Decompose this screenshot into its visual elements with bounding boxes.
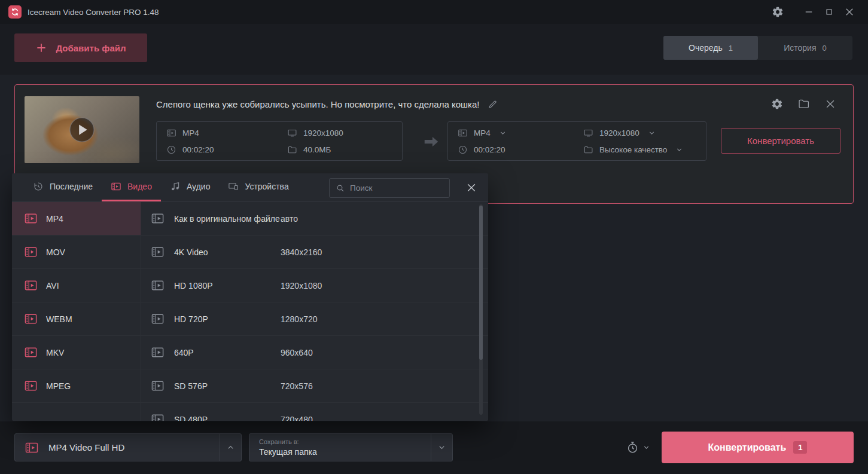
format-item-mov[interactable]: MOV <box>12 236 141 269</box>
tab-queue[interactable]: Очередь 1 <box>663 36 758 60</box>
format-item-webm[interactable]: WEBM <box>12 302 141 336</box>
music-note-icon <box>170 181 181 192</box>
plus-icon <box>35 42 47 54</box>
preset-item-4k[interactable]: 4K Video 3840x2160 <box>141 236 488 269</box>
add-file-label: Добавить файл <box>56 43 126 53</box>
file-settings-gear-icon[interactable] <box>771 98 783 110</box>
bottom-bar: MP4 Video Full HD Сохранить в: Текущая п… <box>0 421 868 474</box>
queue-count: 1 <box>729 44 733 53</box>
clock-icon <box>458 145 468 155</box>
video-file-icon <box>151 212 165 225</box>
format-popup: Последние Видео Аудио Устройства <box>12 173 488 421</box>
video-file-icon <box>24 312 38 326</box>
convert-file-button[interactable]: Конвертировать <box>721 128 840 154</box>
output-preset-dropdown[interactable]: MP4 Video Full HD <box>14 433 242 461</box>
devices-icon <box>228 181 239 192</box>
tab-history[interactable]: История 0 <box>758 36 852 60</box>
save-to-dropdown[interactable]: Сохранить в: Текущая папка <box>249 433 453 461</box>
output-quality-select[interactable]: Высокое качество <box>583 145 706 155</box>
chevron-down-icon <box>642 444 650 451</box>
convert-all-button[interactable]: Конвертировать 1 <box>662 432 854 463</box>
monitor-icon <box>583 128 593 138</box>
search-icon <box>336 184 345 193</box>
chevron-up-icon[interactable] <box>220 434 241 461</box>
format-list: MP4 MOV AVI WEBM MKV <box>12 202 141 421</box>
format-item-mp4[interactable]: MP4 <box>12 202 141 236</box>
format-popup-header: Последние Видео Аудио Устройства <box>12 173 488 202</box>
source-duration: 00:02:20 <box>166 145 287 155</box>
add-file-button[interactable]: Добавить файл <box>14 33 147 62</box>
folder-icon <box>287 145 297 155</box>
source-resolution: 1920x1080 <box>287 128 402 138</box>
monitor-icon <box>287 128 297 138</box>
close-window-button[interactable] <box>839 3 860 21</box>
video-file-icon <box>151 245 165 259</box>
popup-close-icon[interactable] <box>465 182 477 194</box>
maximize-button[interactable] <box>819 3 839 21</box>
history-count: 0 <box>823 44 827 53</box>
edit-title-icon[interactable] <box>488 99 498 109</box>
preset-item-original[interactable]: Как в оригинальном файле авто <box>141 202 488 236</box>
timer-icon <box>626 441 639 454</box>
chevron-down-icon <box>499 129 507 137</box>
tab-video[interactable]: Видео <box>102 173 161 201</box>
video-file-icon <box>151 345 165 359</box>
preset-item-576p[interactable]: SD 576P 720x576 <box>141 369 488 403</box>
film-icon <box>166 128 176 138</box>
play-button-icon[interactable] <box>68 116 96 143</box>
search-input[interactable] <box>350 184 443 192</box>
queue-history-tabs: Очередь 1 История 0 <box>663 36 852 60</box>
video-file-icon <box>24 245 38 259</box>
film-icon <box>458 128 468 138</box>
queue-label: Очередь <box>689 43 723 53</box>
video-file-icon <box>151 312 165 326</box>
video-file-icon <box>25 441 39 455</box>
preset-item-1080p[interactable]: HD 1080P 1920x1080 <box>141 269 488 302</box>
convert-all-label: Конвертировать <box>708 442 787 453</box>
video-file-icon <box>24 379 38 393</box>
format-search[interactable] <box>329 178 450 198</box>
clock-icon <box>166 145 176 155</box>
video-file-icon <box>151 279 165 292</box>
window-title: Icecream Video Converter PRO 1.48 <box>28 8 159 17</box>
save-to-value: Текущая папка <box>259 447 317 457</box>
scrollbar-thumb[interactable] <box>479 206 483 360</box>
tab-audio[interactable]: Аудио <box>161 173 220 201</box>
output-resolution-select[interactable]: 1920x1080 <box>583 128 706 138</box>
tab-devices[interactable]: Устройства <box>219 173 297 201</box>
history-label: История <box>784 43 816 53</box>
format-item-avi[interactable]: AVI <box>12 269 141 302</box>
film-icon <box>111 181 121 192</box>
output-format-select[interactable]: MP4 <box>458 128 583 138</box>
output-info-box: MP4 1920x1080 00:02:20 Высокое качество <box>447 121 706 161</box>
chevron-down-icon[interactable] <box>431 434 452 461</box>
format-popup-body: MP4 MOV AVI WEBM MKV <box>12 202 488 421</box>
tab-recent[interactable]: Последние <box>24 173 102 201</box>
video-file-icon <box>151 412 165 421</box>
app-window: Icecream Video Converter PRO 1.48 Добави… <box>0 0 868 474</box>
video-file-icon <box>24 345 38 359</box>
popup-scrollbar[interactable] <box>479 204 483 415</box>
preset-item-720p[interactable]: HD 720P 1280x720 <box>141 302 488 336</box>
titlebar: Icecream Video Converter PRO 1.48 <box>0 0 868 24</box>
format-item-mkv[interactable]: MKV <box>12 336 141 369</box>
preset-dropdown-label: MP4 Video Full HD <box>48 442 124 452</box>
folder-icon <box>583 145 593 155</box>
minimize-button[interactable] <box>799 3 819 21</box>
schedule-timer-control[interactable] <box>626 441 650 454</box>
preset-list: Как в оригинальном файле авто 4K Video 3… <box>141 202 488 421</box>
arrow-right-icon <box>422 133 440 151</box>
format-item-mpeg[interactable]: MPEG <box>12 369 141 403</box>
history-icon <box>33 181 44 192</box>
save-to-label: Сохранить в: <box>259 438 317 445</box>
video-thumbnail[interactable] <box>25 96 139 163</box>
source-format: MP4 <box>166 128 287 138</box>
preset-item-480p[interactable]: SD 480P 720x480 <box>141 403 488 421</box>
chevron-down-icon <box>675 146 683 154</box>
convert-count-badge: 1 <box>793 441 807 454</box>
preset-item-640p[interactable]: 640P 960x640 <box>141 336 488 369</box>
settings-gear-icon[interactable] <box>768 3 788 21</box>
remove-file-icon[interactable] <box>824 98 836 110</box>
source-info-box: MP4 1920x1080 00:02:20 40.0МБ <box>156 121 403 161</box>
open-folder-icon[interactable] <box>797 97 810 110</box>
